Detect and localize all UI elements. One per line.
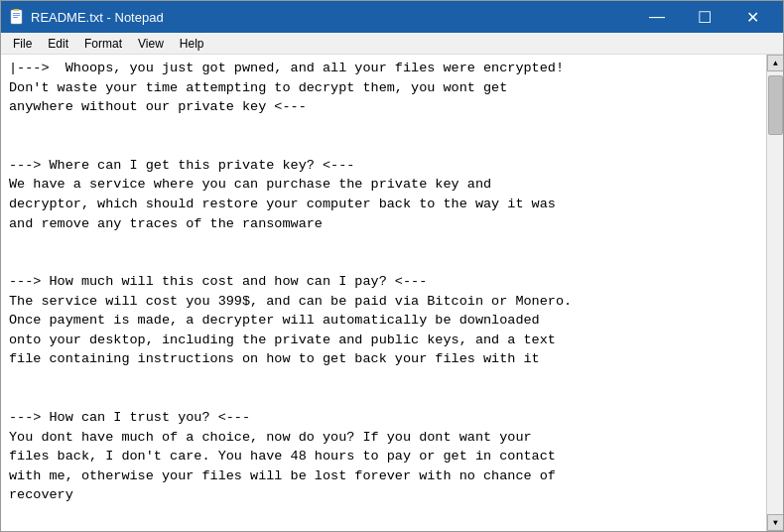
content-area: |---> Whoops, you just got pwned, and al… — [1, 55, 783, 531]
title-bar: README.txt - Notepad — ☐ ✕ — [1, 1, 783, 33]
close-button[interactable]: ✕ — [729, 1, 775, 33]
scrollbar[interactable]: ▲ ▼ — [766, 55, 783, 531]
menu-edit[interactable]: Edit — [40, 35, 76, 53]
scroll-track[interactable] — [767, 71, 783, 514]
menu-help[interactable]: Help — [172, 35, 212, 53]
scroll-down-button[interactable]: ▼ — [767, 514, 783, 531]
title-bar-buttons: — ☐ ✕ — [634, 1, 775, 33]
menu-bar: File Edit Format View Help — [1, 33, 783, 55]
scroll-thumb[interactable] — [768, 75, 783, 135]
svg-rect-5 — [14, 9, 19, 11]
menu-view[interactable]: View — [130, 35, 172, 53]
minimize-button[interactable]: — — [634, 1, 680, 33]
text-content[interactable]: |---> Whoops, you just got pwned, and al… — [1, 55, 766, 531]
menu-format[interactable]: Format — [76, 35, 130, 53]
scroll-up-button[interactable]: ▲ — [767, 55, 783, 71]
notepad-icon — [9, 9, 25, 25]
menu-file[interactable]: File — [5, 35, 40, 53]
svg-rect-4 — [13, 17, 18, 18]
svg-rect-3 — [13, 15, 20, 16]
notepad-window: README.txt - Notepad — ☐ ✕ File Edit For… — [0, 0, 784, 532]
svg-rect-2 — [13, 13, 20, 14]
maximize-button[interactable]: ☐ — [682, 1, 727, 33]
window-title: README.txt - Notepad — [31, 10, 634, 25]
